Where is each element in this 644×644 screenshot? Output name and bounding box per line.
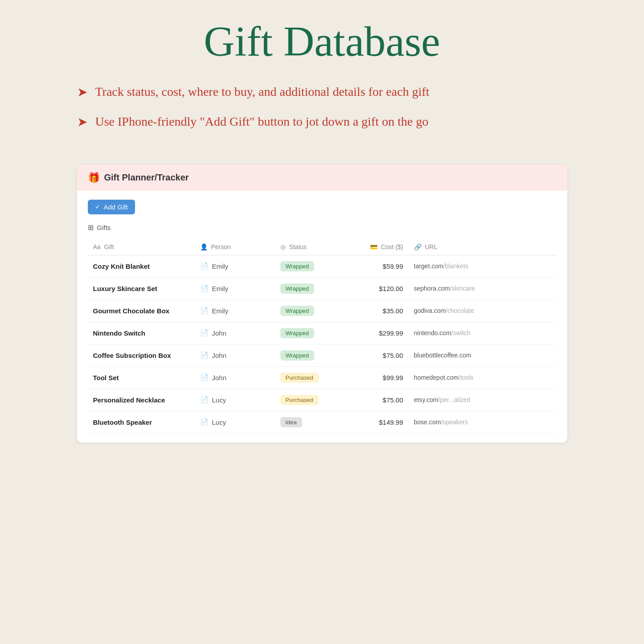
cost-cell: $99.99 — [346, 366, 409, 389]
table-header-row: Aa Gift 👤 Person ◎ Status 💳 Cost ($) — [88, 239, 557, 255]
url-cell: etsy.com/per...alized — [409, 389, 557, 411]
person-name: Lucy — [212, 396, 226, 404]
status-cell: Purchased — [275, 389, 346, 411]
col-header-cost: 💳 Cost ($) — [346, 239, 409, 255]
add-gift-button[interactable]: ✓ Add Gift — [88, 200, 135, 214]
status-cell: Wrapped — [275, 255, 346, 277]
url-cell: bluebottlecoffee.com — [409, 344, 557, 366]
person-cell: 📄 John — [195, 366, 275, 389]
person-cell: 📄 John — [195, 322, 275, 344]
person-name: John — [212, 329, 227, 337]
status-cell: Wrapped — [275, 277, 346, 299]
add-gift-label: Add Gift — [104, 203, 128, 211]
doc-icon: 📄 — [200, 396, 209, 404]
tracker-title: Gift Planner/Tracker — [104, 172, 189, 183]
gifts-text: Gifts — [97, 224, 111, 231]
cost-cell: $59.99 — [346, 255, 409, 277]
url-path: /switch — [451, 329, 471, 336]
gifts-table: Aa Gift 👤 Person ◎ Status 💳 Cost ($) — [88, 239, 557, 434]
col-header-person: 👤 Person — [195, 239, 275, 255]
person-cell: 📄 Emily — [195, 277, 275, 299]
gift-name-cell: Tool Set — [88, 366, 195, 389]
table-row: Tool Set 📄 John Purchased $99.99 homedep… — [88, 366, 557, 389]
url-path: /per...alized — [438, 396, 470, 403]
col-header-status: ◎ Status — [275, 239, 346, 255]
cost-icon: 💳 — [370, 243, 377, 250]
feature-text-2: Use IPhone-friendly "Add Gift" button to… — [95, 113, 429, 130]
status-badge: Wrapped — [280, 306, 315, 316]
url-domain: etsy.com — [414, 396, 439, 403]
feature-item-2: ➤ Use IPhone-friendly "Add Gift" button … — [77, 113, 567, 130]
url-cell: homedepot.com/tools — [409, 366, 557, 389]
person-name: John — [212, 374, 227, 381]
status-cell: Wrapped — [275, 322, 346, 344]
status-badge: Idea — [280, 417, 302, 427]
tracker-header: 🎁 Gift Planner/Tracker — [77, 165, 567, 191]
status-cell: Purchased — [275, 366, 346, 389]
gift-name-cell: Bluetooth Speaker — [88, 411, 195, 433]
person-name: Emily — [212, 307, 229, 315]
doc-icon: 📄 — [200, 262, 209, 270]
status-badge: Purchased — [280, 395, 319, 405]
person-name: Emily — [212, 285, 229, 292]
table-row: Gourmet Chocolate Box 📄 Emily Wrapped $3… — [88, 299, 557, 322]
gift-name: Personalized Necklace — [93, 396, 165, 404]
feature-text-1: Track status, cost, where to buy, and ad… — [95, 83, 430, 100]
doc-icon: 📄 — [200, 373, 209, 381]
url-domain: homedepot.com — [414, 374, 459, 381]
doc-icon: 📄 — [200, 284, 209, 292]
status-cell: Idea — [275, 411, 346, 433]
gift-name: Coffee Subscription Box — [93, 352, 171, 359]
table-row: Luxury Skincare Set 📄 Emily Wrapped $120… — [88, 277, 557, 299]
gift-name-cell: Personalized Necklace — [88, 389, 195, 411]
cost-cell: $75.00 — [346, 389, 409, 411]
cost-cell: $299.99 — [346, 322, 409, 344]
arrow-icon-1: ➤ — [77, 85, 87, 99]
url-cell: nintendo.com/switch — [409, 322, 557, 344]
person-cell: 📄 Lucy — [195, 389, 275, 411]
url-path: /speakers — [441, 418, 468, 426]
table-row: Coffee Subscription Box 📄 John Wrapped $… — [88, 344, 557, 366]
page-title: Gift Database — [204, 18, 440, 65]
url-cell: target.com/blankets — [409, 255, 557, 277]
url-cell: bose.com/speakers — [409, 411, 557, 433]
status-icon: ◎ — [280, 243, 286, 250]
cost-cell: $149.99 — [346, 411, 409, 433]
person-cell: 📄 John — [195, 344, 275, 366]
tracker-body: ✓ Add Gift ⊞ Gifts Aa Gift 👤 Person — [77, 191, 567, 443]
person-name: Emily — [212, 263, 229, 270]
gift-name: Luxury Skincare Set — [93, 285, 157, 292]
person-cell: 📄 Emily — [195, 299, 275, 322]
person-cell: 📄 Lucy — [195, 411, 275, 433]
tracker-container: 🎁 Gift Planner/Tracker ✓ Add Gift ⊞ Gift… — [77, 165, 567, 443]
status-badge: Wrapped — [280, 261, 315, 271]
url-cell: sephora.com/skincare — [409, 277, 557, 299]
arrow-icon-2: ➤ — [77, 115, 87, 129]
gift-name-cell: Coffee Subscription Box — [88, 344, 195, 366]
url-path: /tools — [459, 374, 473, 381]
url-cell: godiva.com/chocolate — [409, 299, 557, 322]
doc-icon: 📄 — [200, 418, 209, 426]
check-icon: ✓ — [95, 203, 100, 210]
person-icon: 👤 — [200, 243, 208, 250]
gift-name: Cozy Knit Blanket — [93, 263, 150, 270]
col-header-url: 🔗 URL — [409, 239, 557, 255]
feature-item-1: ➤ Track status, cost, where to buy, and … — [77, 83, 567, 100]
doc-icon: 📄 — [200, 307, 209, 315]
status-badge: Wrapped — [280, 350, 315, 361]
gift-name: Tool Set — [93, 374, 119, 381]
doc-icon: 📄 — [200, 329, 209, 337]
grid-icon: ⊞ — [88, 223, 94, 232]
cost-cell: $120.00 — [346, 277, 409, 299]
gift-name-cell: Cozy Knit Blanket — [88, 255, 195, 277]
url-domain: godiva.com — [414, 307, 446, 314]
gift-name: Bluetooth Speaker — [93, 418, 152, 426]
url-path: /skincare — [450, 285, 475, 292]
person-name: John — [212, 352, 227, 359]
url-path: /blankets — [443, 263, 468, 270]
table-row: Personalized Necklace 📄 Lucy Purchased $… — [88, 389, 557, 411]
status-badge: Wrapped — [280, 283, 315, 294]
status-badge: Wrapped — [280, 328, 315, 338]
cost-cell: $35.00 — [346, 299, 409, 322]
url-domain: bose.com — [414, 418, 441, 426]
